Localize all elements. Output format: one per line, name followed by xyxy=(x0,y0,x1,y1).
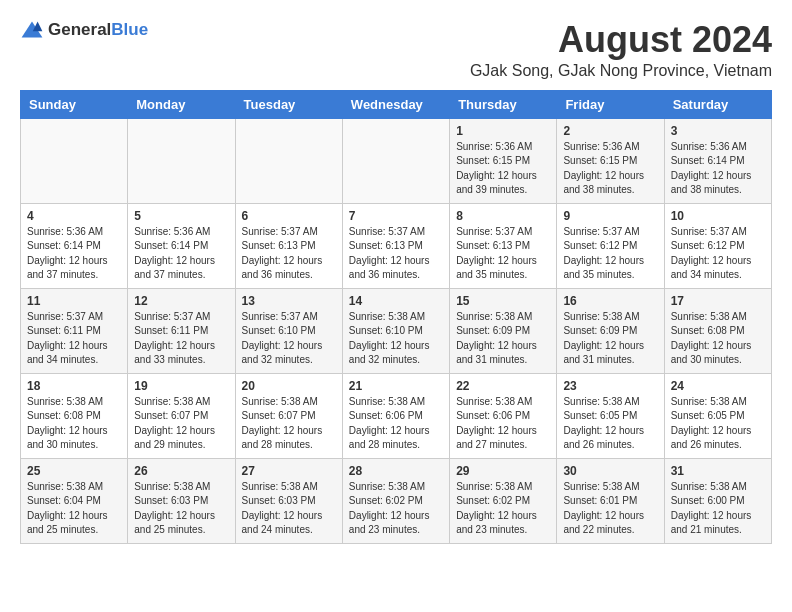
calendar-day-cell: 25Sunrise: 5:38 AM Sunset: 6:04 PM Dayli… xyxy=(21,458,128,543)
day-number: 30 xyxy=(563,464,657,478)
calendar-day-cell: 10Sunrise: 5:37 AM Sunset: 6:12 PM Dayli… xyxy=(664,203,771,288)
calendar-day-cell: 24Sunrise: 5:38 AM Sunset: 6:05 PM Dayli… xyxy=(664,373,771,458)
calendar-day-cell xyxy=(235,118,342,203)
day-number: 29 xyxy=(456,464,550,478)
calendar-day-cell: 31Sunrise: 5:38 AM Sunset: 6:00 PM Dayli… xyxy=(664,458,771,543)
page-header: GeneralBlue August 2024 GJak Song, GJak … xyxy=(20,20,772,80)
day-number: 18 xyxy=(27,379,121,393)
day-number: 1 xyxy=(456,124,550,138)
day-info: Sunrise: 5:37 AM Sunset: 6:12 PM Dayligh… xyxy=(563,225,657,283)
day-info: Sunrise: 5:38 AM Sunset: 6:07 PM Dayligh… xyxy=(242,395,336,453)
weekday-header-sunday: Sunday xyxy=(21,90,128,118)
day-info: Sunrise: 5:38 AM Sunset: 6:01 PM Dayligh… xyxy=(563,480,657,538)
day-number: 21 xyxy=(349,379,443,393)
day-info: Sunrise: 5:38 AM Sunset: 6:02 PM Dayligh… xyxy=(349,480,443,538)
calendar-day-cell: 11Sunrise: 5:37 AM Sunset: 6:11 PM Dayli… xyxy=(21,288,128,373)
calendar-day-cell: 8Sunrise: 5:37 AM Sunset: 6:13 PM Daylig… xyxy=(450,203,557,288)
day-number: 22 xyxy=(456,379,550,393)
day-number: 3 xyxy=(671,124,765,138)
day-info: Sunrise: 5:38 AM Sunset: 6:07 PM Dayligh… xyxy=(134,395,228,453)
calendar-header-row: SundayMondayTuesdayWednesdayThursdayFrid… xyxy=(21,90,772,118)
logo: GeneralBlue xyxy=(20,20,148,40)
day-info: Sunrise: 5:38 AM Sunset: 6:04 PM Dayligh… xyxy=(27,480,121,538)
day-number: 25 xyxy=(27,464,121,478)
day-number: 14 xyxy=(349,294,443,308)
calendar-day-cell: 23Sunrise: 5:38 AM Sunset: 6:05 PM Dayli… xyxy=(557,373,664,458)
day-info: Sunrise: 5:36 AM Sunset: 6:15 PM Dayligh… xyxy=(563,140,657,198)
day-number: 19 xyxy=(134,379,228,393)
calendar-day-cell: 4Sunrise: 5:36 AM Sunset: 6:14 PM Daylig… xyxy=(21,203,128,288)
calendar-week-row: 18Sunrise: 5:38 AM Sunset: 6:08 PM Dayli… xyxy=(21,373,772,458)
calendar-day-cell xyxy=(21,118,128,203)
day-info: Sunrise: 5:37 AM Sunset: 6:11 PM Dayligh… xyxy=(134,310,228,368)
calendar-day-cell: 18Sunrise: 5:38 AM Sunset: 6:08 PM Dayli… xyxy=(21,373,128,458)
calendar-day-cell: 12Sunrise: 5:37 AM Sunset: 6:11 PM Dayli… xyxy=(128,288,235,373)
day-info: Sunrise: 5:38 AM Sunset: 6:00 PM Dayligh… xyxy=(671,480,765,538)
calendar-day-cell xyxy=(342,118,449,203)
day-number: 28 xyxy=(349,464,443,478)
day-info: Sunrise: 5:36 AM Sunset: 6:14 PM Dayligh… xyxy=(671,140,765,198)
day-info: Sunrise: 5:37 AM Sunset: 6:13 PM Dayligh… xyxy=(349,225,443,283)
day-number: 24 xyxy=(671,379,765,393)
calendar-week-row: 4Sunrise: 5:36 AM Sunset: 6:14 PM Daylig… xyxy=(21,203,772,288)
day-info: Sunrise: 5:37 AM Sunset: 6:13 PM Dayligh… xyxy=(242,225,336,283)
title-section: August 2024 GJak Song, GJak Nong Provinc… xyxy=(470,20,772,80)
calendar-day-cell: 21Sunrise: 5:38 AM Sunset: 6:06 PM Dayli… xyxy=(342,373,449,458)
calendar-day-cell: 15Sunrise: 5:38 AM Sunset: 6:09 PM Dayli… xyxy=(450,288,557,373)
day-info: Sunrise: 5:38 AM Sunset: 6:02 PM Dayligh… xyxy=(456,480,550,538)
day-number: 9 xyxy=(563,209,657,223)
logo-text-blue: Blue xyxy=(111,20,148,39)
location-title: GJak Song, GJak Nong Province, Vietnam xyxy=(470,62,772,80)
weekday-header-monday: Monday xyxy=(128,90,235,118)
calendar-day-cell: 14Sunrise: 5:38 AM Sunset: 6:10 PM Dayli… xyxy=(342,288,449,373)
weekday-header-saturday: Saturday xyxy=(664,90,771,118)
calendar-day-cell: 26Sunrise: 5:38 AM Sunset: 6:03 PM Dayli… xyxy=(128,458,235,543)
day-number: 6 xyxy=(242,209,336,223)
day-info: Sunrise: 5:38 AM Sunset: 6:05 PM Dayligh… xyxy=(563,395,657,453)
calendar-day-cell: 9Sunrise: 5:37 AM Sunset: 6:12 PM Daylig… xyxy=(557,203,664,288)
day-info: Sunrise: 5:37 AM Sunset: 6:10 PM Dayligh… xyxy=(242,310,336,368)
day-info: Sunrise: 5:36 AM Sunset: 6:14 PM Dayligh… xyxy=(134,225,228,283)
calendar-day-cell: 2Sunrise: 5:36 AM Sunset: 6:15 PM Daylig… xyxy=(557,118,664,203)
calendar-day-cell: 19Sunrise: 5:38 AM Sunset: 6:07 PM Dayli… xyxy=(128,373,235,458)
day-number: 7 xyxy=(349,209,443,223)
day-info: Sunrise: 5:38 AM Sunset: 6:06 PM Dayligh… xyxy=(456,395,550,453)
weekday-header-wednesday: Wednesday xyxy=(342,90,449,118)
weekday-header-tuesday: Tuesday xyxy=(235,90,342,118)
calendar-day-cell: 13Sunrise: 5:37 AM Sunset: 6:10 PM Dayli… xyxy=(235,288,342,373)
day-number: 15 xyxy=(456,294,550,308)
day-info: Sunrise: 5:38 AM Sunset: 6:09 PM Dayligh… xyxy=(456,310,550,368)
calendar-day-cell: 5Sunrise: 5:36 AM Sunset: 6:14 PM Daylig… xyxy=(128,203,235,288)
day-number: 16 xyxy=(563,294,657,308)
logo-icon xyxy=(20,20,44,40)
calendar-day-cell: 22Sunrise: 5:38 AM Sunset: 6:06 PM Dayli… xyxy=(450,373,557,458)
logo-text-general: General xyxy=(48,20,111,39)
calendar-day-cell: 6Sunrise: 5:37 AM Sunset: 6:13 PM Daylig… xyxy=(235,203,342,288)
weekday-header-friday: Friday xyxy=(557,90,664,118)
day-info: Sunrise: 5:37 AM Sunset: 6:13 PM Dayligh… xyxy=(456,225,550,283)
calendar-day-cell: 28Sunrise: 5:38 AM Sunset: 6:02 PM Dayli… xyxy=(342,458,449,543)
calendar-day-cell: 30Sunrise: 5:38 AM Sunset: 6:01 PM Dayli… xyxy=(557,458,664,543)
day-info: Sunrise: 5:37 AM Sunset: 6:11 PM Dayligh… xyxy=(27,310,121,368)
calendar-day-cell: 27Sunrise: 5:38 AM Sunset: 6:03 PM Dayli… xyxy=(235,458,342,543)
calendar-day-cell: 29Sunrise: 5:38 AM Sunset: 6:02 PM Dayli… xyxy=(450,458,557,543)
calendar-week-row: 11Sunrise: 5:37 AM Sunset: 6:11 PM Dayli… xyxy=(21,288,772,373)
day-number: 8 xyxy=(456,209,550,223)
day-info: Sunrise: 5:36 AM Sunset: 6:14 PM Dayligh… xyxy=(27,225,121,283)
day-number: 12 xyxy=(134,294,228,308)
day-number: 31 xyxy=(671,464,765,478)
day-info: Sunrise: 5:38 AM Sunset: 6:10 PM Dayligh… xyxy=(349,310,443,368)
calendar-day-cell: 7Sunrise: 5:37 AM Sunset: 6:13 PM Daylig… xyxy=(342,203,449,288)
calendar-week-row: 1Sunrise: 5:36 AM Sunset: 6:15 PM Daylig… xyxy=(21,118,772,203)
day-info: Sunrise: 5:38 AM Sunset: 6:06 PM Dayligh… xyxy=(349,395,443,453)
weekday-header-thursday: Thursday xyxy=(450,90,557,118)
day-number: 10 xyxy=(671,209,765,223)
calendar-table: SundayMondayTuesdayWednesdayThursdayFrid… xyxy=(20,90,772,544)
calendar-day-cell: 3Sunrise: 5:36 AM Sunset: 6:14 PM Daylig… xyxy=(664,118,771,203)
day-info: Sunrise: 5:38 AM Sunset: 6:09 PM Dayligh… xyxy=(563,310,657,368)
day-number: 2 xyxy=(563,124,657,138)
day-number: 26 xyxy=(134,464,228,478)
day-info: Sunrise: 5:38 AM Sunset: 6:08 PM Dayligh… xyxy=(671,310,765,368)
calendar-day-cell: 16Sunrise: 5:38 AM Sunset: 6:09 PM Dayli… xyxy=(557,288,664,373)
day-number: 23 xyxy=(563,379,657,393)
